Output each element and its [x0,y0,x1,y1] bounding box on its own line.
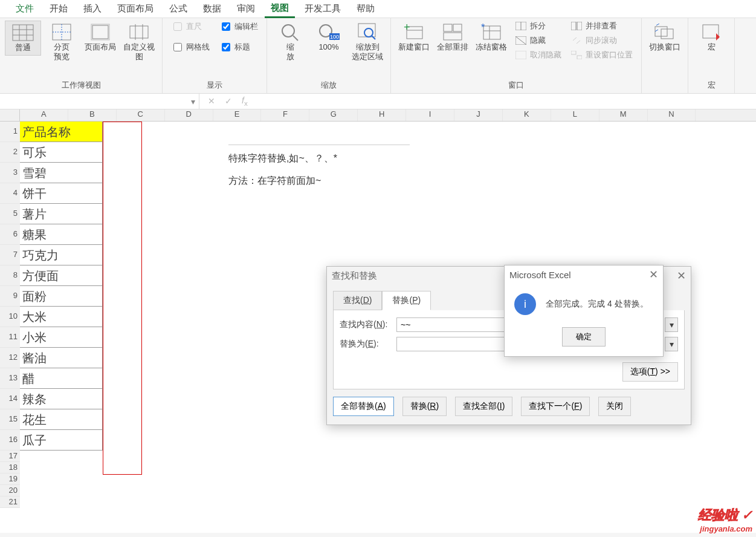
close-icon[interactable]: ✕ [677,269,686,282]
arrangeall-button[interactable]: 全部重排 [435,21,471,54]
col-D[interactable]: D [165,109,213,121]
cancel-icon[interactable]: ✕ [208,96,215,106]
cell-A15[interactable]: 花生 [20,409,103,430]
cell-A4[interactable]: 饼干 [20,183,103,204]
cell-A3[interactable]: 雪碧 [20,163,103,183]
tab-home[interactable]: 开始 [44,1,74,17]
cell-A16[interactable]: 瓜子 [20,430,103,451]
row-11[interactable]: 11 [0,327,20,348]
row-1[interactable]: 1 [0,122,20,142]
row-21[interactable]: 21 [0,496,20,508]
tab-developer[interactable]: 开发工具 [299,1,347,17]
cell-A11[interactable]: 小米 [20,327,103,348]
messagebox[interactable]: Microsoft Excel ✕ i 全部完成。完成 4 处替换。 确定 [504,265,664,357]
normal-view-button[interactable]: 普通 [5,21,41,56]
newwindow-button[interactable]: + 新建窗口 [396,21,432,54]
col-L[interactable]: L [551,109,599,121]
tab-formulas[interactable]: 公式 [163,1,193,17]
cell-A6[interactable]: 糖果 [20,224,103,245]
cell-A7[interactable]: 巧克力 [20,245,103,265]
ok-button[interactable]: 确定 [562,327,606,347]
tab-replace[interactable]: 替换(P) [382,291,431,310]
column-headers[interactable]: A B C D E F G H I J K L M N [0,109,756,122]
split-button[interactable]: 拆分 [515,21,561,31]
replace-dropdown-icon[interactable]: ▾ [665,337,678,351]
row-17[interactable]: 17 [0,451,20,462]
name-box[interactable]: ▾ [0,94,199,109]
headings-checkbox[interactable]: 标题 [219,41,258,53]
row-7[interactable]: 7 [0,245,20,265]
col-H[interactable]: H [358,109,406,121]
namebox-dropdown-icon[interactable]: ▾ [191,97,195,106]
cell-A14[interactable]: 辣条 [20,389,103,409]
col-M[interactable]: M [599,109,648,121]
col-E[interactable]: E [213,109,262,121]
pagelayout-button[interactable]: 页面布局 [82,21,118,54]
cell-A8[interactable]: 方便面 [20,265,103,286]
cell-A9[interactable]: 面粉 [20,286,103,307]
tab-view[interactable]: 视图 [265,0,295,18]
headings-input[interactable] [222,43,230,51]
col-C[interactable]: C [117,109,165,121]
col-N[interactable]: N [648,109,696,121]
row-16[interactable]: 16 [0,430,20,451]
col-A[interactable]: A [20,109,68,121]
row-20[interactable]: 20 [0,485,20,496]
replaceall-button[interactable]: 全部替换(A) [333,397,394,416]
row-19[interactable]: 19 [0,474,20,485]
selectall-corner[interactable] [0,109,20,121]
tab-pagelayout[interactable]: 页面布局 [111,1,160,17]
cell-A12[interactable]: 酱油 [20,348,103,368]
macros-button[interactable]: 宏 [693,21,729,54]
zoom-button[interactable]: 缩 放 [272,21,308,63]
col-F[interactable]: F [261,109,309,121]
freezepanes-button[interactable]: * 冻结窗格 [473,21,509,54]
pagebreak-button[interactable]: 分页 预览 [44,21,80,63]
col-G[interactable]: G [309,109,358,121]
cell-A1[interactable]: 产品名称 [20,122,103,142]
hide-button[interactable]: 隐藏 [515,35,561,46]
row-8[interactable]: 8 [0,265,20,286]
sidebyside-button[interactable]: 并排查看 [571,21,633,31]
row-5[interactable]: 5 [0,204,20,224]
row-14[interactable]: 14 [0,389,20,409]
row-10[interactable]: 10 [0,307,20,327]
close-button[interactable]: 关闭 [598,397,631,416]
find-dropdown-icon[interactable]: ▾ [665,317,678,332]
row-headers[interactable]: 123456789101112131415161718192021 [0,122,20,508]
findall-button[interactable]: 查找全部(I) [455,397,512,416]
row-6[interactable]: 6 [0,224,20,245]
formulabar-checkbox[interactable]: 编辑栏 [219,21,258,33]
gridlines-checkbox[interactable]: 网格线 [171,41,210,53]
cell-A2[interactable]: 可乐 [20,142,103,163]
col-B[interactable]: B [68,109,117,121]
gridlines-input[interactable] [173,43,182,51]
options-button[interactable]: 选项(T) >> [622,362,678,382]
formulabar-input[interactable] [222,22,230,31]
row-13[interactable]: 13 [0,368,20,389]
row-3[interactable]: 3 [0,163,20,183]
zoom100-button[interactable]: 100 100% [311,21,347,54]
replace-button[interactable]: 替换(R) [402,397,447,416]
cell-A5[interactable]: 薯片 [20,204,103,224]
tab-help[interactable]: 帮助 [351,1,381,17]
msgbox-close-icon[interactable]: ✕ [649,268,658,281]
cell-A10[interactable]: 大米 [20,307,103,327]
tab-find[interactable]: 查找(D) [333,291,382,310]
switchwindow-button[interactable]: 切换窗口 [647,21,683,54]
fx-icon[interactable]: fx [242,96,248,107]
col-K[interactable]: K [503,109,551,121]
col-J[interactable]: J [454,109,503,121]
enter-icon[interactable]: ✓ [225,96,232,106]
tab-insert[interactable]: 插入 [77,1,108,17]
tab-file[interactable]: 文件 [10,1,40,17]
tab-review[interactable]: 审阅 [231,1,261,17]
row-18[interactable]: 18 [0,462,20,474]
cell-A13[interactable]: 醋 [20,368,103,389]
row-12[interactable]: 12 [0,348,20,368]
row-4[interactable]: 4 [0,183,20,204]
row-9[interactable]: 9 [0,286,20,307]
row-15[interactable]: 15 [0,409,20,430]
findnext-button[interactable]: 查找下一个(F) [521,397,590,416]
col-I[interactable]: I [406,109,454,121]
